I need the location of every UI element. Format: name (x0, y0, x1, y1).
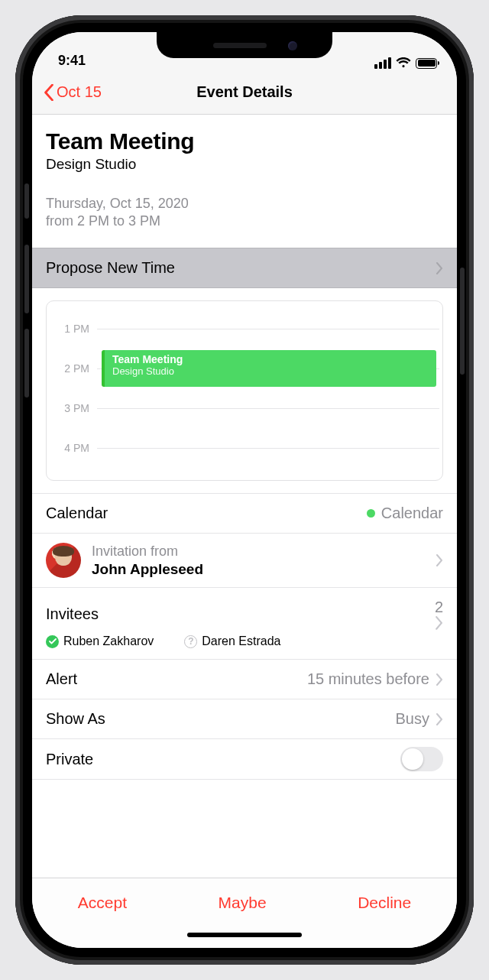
content-scroll[interactable]: Team Meeting Design Studio Thursday, Oct… (32, 115, 457, 878)
hour-label: 3 PM (47, 402, 97, 414)
chevron-right-icon (436, 262, 443, 274)
cellular-icon (374, 57, 391, 69)
block-location: Design Studio (112, 365, 429, 377)
side-button (460, 268, 465, 375)
maybe-button[interactable]: Maybe (219, 894, 267, 912)
avatar (46, 543, 81, 578)
chevron-right-icon (436, 673, 443, 686)
phone-frame: 9:41 Oct 15 Event Details Team Meeting D… (15, 15, 474, 965)
battery-icon (416, 58, 437, 69)
invitees-label: Invitees (46, 605, 99, 623)
question-icon: ? (184, 635, 197, 648)
nav-title: Event Details (32, 83, 457, 101)
invitee-unknown: ? Daren Estrada (184, 634, 280, 648)
invitee-name: Daren Estrada (202, 634, 280, 648)
invitees-list: Ruben Zakharov ? Daren Estrada (32, 634, 457, 659)
screen: 9:41 Oct 15 Event Details Team Meeting D… (32, 32, 457, 948)
event-time: from 2 PM to 3 PM (46, 213, 443, 229)
invitees-row[interactable]: Invitees 2 (32, 587, 457, 634)
side-button (24, 245, 29, 313)
alert-label: Alert (46, 670, 77, 688)
home-indicator[interactable] (32, 926, 457, 948)
chevron-right-icon (436, 713, 443, 725)
wifi-icon (396, 57, 411, 69)
chevron-right-icon (436, 554, 443, 566)
chevron-right-icon (435, 616, 443, 630)
invitation-from-label: Invitation from (92, 543, 425, 560)
hour-label: 2 PM (47, 362, 97, 375)
hour-label: 4 PM (47, 442, 97, 454)
show-as-row[interactable]: Show As Busy (32, 699, 457, 738)
alert-value: 15 minutes before (307, 670, 429, 688)
decline-button[interactable]: Decline (358, 894, 411, 912)
show-as-value: Busy (396, 710, 429, 728)
event-date: Thursday, Oct 15, 2020 (46, 196, 443, 212)
calendar-value: Calendar (381, 505, 443, 522)
invitees-count: 2 (435, 599, 443, 615)
propose-label: Propose New Time (46, 259, 175, 277)
timeline-preview: 1 PM 2 PM 3 PM 4 PM Team Meeting Design … (32, 288, 457, 481)
response-bar: Accept Maybe Decline (32, 878, 457, 926)
propose-new-time-row[interactable]: Propose New Time (32, 248, 457, 288)
private-toggle[interactable] (400, 747, 443, 771)
notch (157, 32, 332, 58)
check-icon (46, 635, 59, 648)
event-location: Design Studio (46, 156, 443, 173)
private-row: Private (32, 738, 457, 780)
side-button (24, 329, 29, 398)
show-as-label: Show As (46, 710, 105, 728)
invitee-accepted: Ruben Zakharov (46, 634, 154, 648)
event-title: Team Meeting (46, 128, 443, 154)
calendar-label: Calendar (46, 505, 108, 522)
invitee-name: Ruben Zakharov (63, 634, 154, 648)
accept-button[interactable]: Accept (78, 894, 127, 912)
nav-bar: Oct 15 Event Details (32, 70, 457, 115)
status-time: 9:41 (58, 53, 86, 69)
calendar-row[interactable]: Calendar Calendar (32, 493, 457, 533)
invitation-row[interactable]: Invitation from John Appleseed (32, 533, 457, 587)
side-button (24, 183, 29, 219)
inviter-name: John Appleseed (92, 560, 425, 579)
private-label: Private (46, 751, 93, 768)
calendar-dot-icon (367, 509, 375, 518)
alert-row[interactable]: Alert 15 minutes before (32, 659, 457, 699)
block-title: Team Meeting (112, 353, 429, 365)
hour-label: 1 PM (47, 323, 97, 335)
timeline-event-block[interactable]: Team Meeting Design Studio (102, 350, 436, 387)
event-header: Team Meeting Design Studio Thursday, Oct… (32, 115, 457, 248)
